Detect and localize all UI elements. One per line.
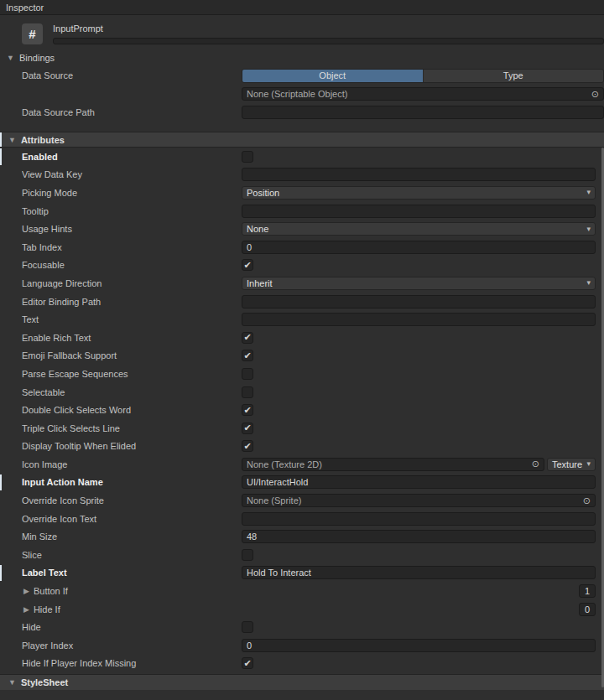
row-input-action-name: Input Action Name UI/InteractHold: [0, 474, 604, 492]
row-double-click-selects-word: Double Click Selects Word ✔: [0, 401, 604, 419]
hide-if-control: 0: [242, 603, 596, 616]
check-icon: ✔: [243, 333, 251, 342]
icon-image-object-field[interactable]: None (Texture 2D) ⊙: [242, 458, 544, 471]
row-text: Text: [0, 310, 604, 329]
inspector-tab[interactable]: Inspector: [0, 0, 604, 15]
object-field-value: None (Scriptable Object): [247, 89, 347, 99]
data-source-object-field[interactable]: None (Scriptable Object) ⊙: [242, 87, 604, 101]
hide-if-player-index-missing-label: Hide If Player Index Missing: [22, 658, 242, 668]
attributes-section-label: Attributes: [21, 135, 65, 145]
row-min-size: Min Size 48: [0, 527, 604, 546]
tooltip-label: Tooltip: [22, 206, 242, 216]
texture-type-dropdown[interactable]: Texture ▾: [547, 458, 596, 471]
hide-if-foldout[interactable]: ▶ Hide If: [22, 604, 242, 614]
row-focusable: Focusable ✔: [0, 257, 604, 275]
tooltip-control: [242, 205, 596, 218]
input-action-name-field[interactable]: UI/InteractHold: [242, 475, 596, 489]
bindings-foldout[interactable]: ▼ Bindings: [0, 49, 604, 66]
row-editor-binding-path: Editor Binding Path: [0, 293, 604, 311]
foldout-open-icon: ▼: [7, 54, 14, 62]
parse-escape-sequences-checkbox[interactable]: [242, 368, 253, 380]
button-if-foldout[interactable]: ▶ Button If: [22, 586, 242, 596]
object-picker-icon[interactable]: ⊙: [583, 496, 591, 506]
object-picker-icon[interactable]: ⊙: [591, 90, 599, 99]
language-direction-dropdown[interactable]: Inherit ▾: [242, 277, 596, 290]
min-size-field[interactable]: 48: [242, 530, 596, 543]
row-data-source-object: None (Scriptable Object) ⊙: [0, 85, 604, 103]
element-name-field[interactable]: [53, 38, 604, 44]
row-hide-if: ▶ Hide If 0: [0, 600, 604, 619]
label-text-field[interactable]: Hold To Interact: [242, 566, 596, 579]
selectable-checkbox[interactable]: [242, 386, 253, 398]
label-text-label: Label Text: [22, 568, 242, 578]
tab-type[interactable]: Type: [423, 70, 604, 82]
emoji-fallback-support-checkbox[interactable]: ✔: [242, 350, 253, 361]
row-usage-hints: Usage Hints None ▾: [0, 220, 604, 238]
row-parse-escape-sequences: Parse Escape Sequences: [0, 365, 604, 383]
display-tooltip-when-elided-checkbox[interactable]: ✔: [242, 440, 253, 452]
object-picker-icon[interactable]: ⊙: [532, 459, 539, 469]
enabled-checkbox[interactable]: [242, 151, 253, 163]
data-source-path-field[interactable]: [242, 106, 604, 119]
focusable-checkbox[interactable]: ✔: [242, 259, 253, 271]
icon-image-control: None (Texture 2D) ⊙ Texture ▾: [242, 458, 596, 471]
window-title: Inspector: [6, 3, 44, 13]
override-icon-sprite-object-field[interactable]: None (Sprite) ⊙: [242, 494, 596, 507]
row-player-index: Player Index 0: [0, 636, 604, 655]
editor-binding-path-field[interactable]: [242, 295, 596, 309]
tab-index-field[interactable]: 0: [242, 241, 596, 254]
row-emoji-fallback-support: Emoji Fallback Support ✔: [0, 347, 604, 366]
dropdown-value: Position: [247, 188, 279, 198]
player-index-control: 0: [242, 639, 596, 652]
text-field[interactable]: [242, 313, 596, 326]
check-icon: ✔: [243, 350, 251, 360]
dropdown-value: Texture: [552, 459, 582, 469]
override-icon-sprite-label: Override Icon Sprite: [22, 495, 242, 506]
row-data-source: Data Source Object Type: [0, 66, 604, 85]
object-field-value: None (Texture 2D): [247, 459, 322, 469]
element-icon: #: [22, 23, 43, 44]
display-tooltip-when-elided-control: ✔: [242, 440, 596, 452]
hide-control: [242, 621, 596, 633]
picking-mode-dropdown[interactable]: Position ▾: [242, 186, 596, 200]
stylesheet-section-header[interactable]: ▼ StyleSheet: [0, 674, 604, 690]
min-size-label: Min Size: [22, 531, 242, 542]
hide-if-player-index-missing-checkbox[interactable]: ✔: [242, 657, 253, 669]
row-tooltip: Tooltip: [0, 202, 604, 220]
hide-if-player-index-missing-control: ✔: [242, 657, 596, 669]
attributes-section-header[interactable]: ▼ Attributes: [0, 132, 604, 148]
stylesheet-section-label: StyleSheet: [21, 677, 68, 687]
usage-hints-dropdown[interactable]: None ▾: [242, 222, 596, 236]
double-click-selects-word-checkbox[interactable]: ✔: [242, 404, 253, 416]
row-hide-if-player-index-missing: Hide If Player Index Missing ✔: [0, 655, 604, 673]
slice-checkbox[interactable]: [242, 549, 253, 561]
hide-if-size-field[interactable]: 0: [579, 603, 596, 616]
text-control: [242, 313, 596, 326]
data-source-path-label: Data Source Path: [22, 107, 242, 117]
view-data-key-control: [242, 168, 596, 181]
row-enable-rich-text: Enable Rich Text ✔: [0, 329, 604, 347]
row-picking-mode: Picking Mode Position ▾: [0, 184, 604, 202]
view-data-key-field[interactable]: [242, 168, 596, 181]
button-if-size-field[interactable]: 1: [579, 584, 596, 598]
tab-index-label: Tab Index: [22, 242, 242, 252]
override-icon-text-field[interactable]: [242, 512, 596, 526]
button-if-control: 1: [242, 584, 596, 598]
row-view-data-key: View Data Key: [0, 166, 604, 184]
triple-click-selects-line-checkbox[interactable]: ✔: [242, 423, 253, 434]
chevron-down-icon: ▾: [586, 189, 591, 196]
view-data-key-label: View Data Key: [22, 169, 242, 179]
tab-object[interactable]: Object: [242, 70, 423, 82]
hide-checkbox[interactable]: [242, 621, 253, 633]
icon-image-label: Icon Image: [22, 459, 242, 469]
input-action-name-label: Input Action Name: [22, 477, 242, 487]
row-tab-index: Tab Index 0: [0, 238, 604, 257]
focusable-control: ✔: [242, 259, 596, 271]
tooltip-field[interactable]: [242, 205, 596, 218]
selectable-label: Selectable: [22, 387, 242, 397]
enable-rich-text-checkbox[interactable]: ✔: [242, 332, 253, 344]
button-if-label: Button If: [34, 586, 68, 596]
row-slice: Slice: [0, 546, 604, 564]
player-index-field[interactable]: 0: [242, 639, 596, 652]
check-icon: ✔: [243, 441, 251, 450]
